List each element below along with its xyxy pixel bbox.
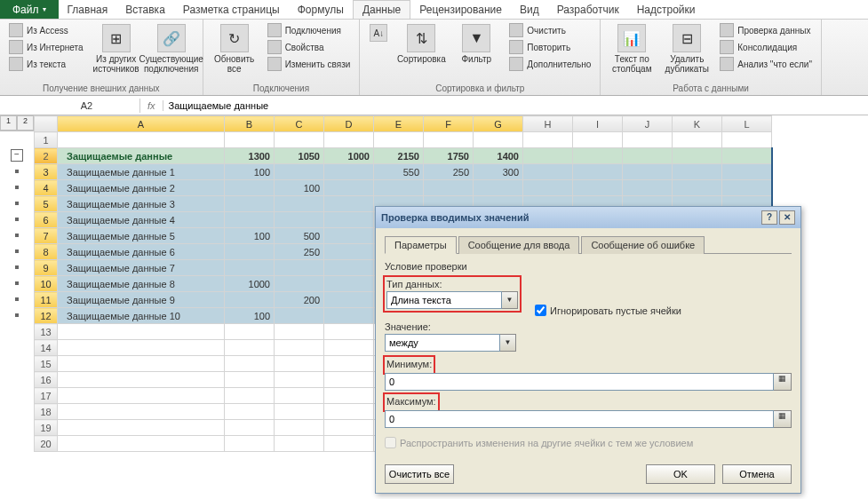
col-header-C[interactable]: C [275, 116, 324, 132]
cell[interactable] [58, 420, 225, 436]
outline-level-2[interactable]: 2 [17, 115, 34, 131]
cell[interactable]: 250 [275, 244, 324, 260]
row-header[interactable]: 8 [35, 244, 58, 260]
advanced-filter-button[interactable]: Дополнительно [506, 56, 594, 72]
col-header-J[interactable]: J [623, 116, 673, 132]
remove-duplicates-button[interactable]: ⊟Удалить дубликаты [661, 22, 713, 75]
cell[interactable] [623, 132, 673, 148]
tab-view[interactable]: Вид [511, 0, 548, 19]
cell[interactable]: 200 [275, 292, 324, 308]
tab-review[interactable]: Рецензирование [410, 0, 511, 19]
row-header[interactable]: 17 [35, 388, 58, 404]
ok-button[interactable]: OK [646, 464, 715, 484]
type-combobox[interactable] [386, 291, 502, 309]
cell[interactable]: Защищаемые данные 5 [58, 228, 225, 244]
cell[interactable] [474, 180, 523, 196]
row-header[interactable]: 14 [35, 340, 58, 356]
cell[interactable]: Защищаемые данные 4 [58, 212, 225, 228]
cell[interactable] [225, 292, 275, 308]
cell[interactable] [673, 180, 722, 196]
cell[interactable] [275, 436, 324, 452]
cell[interactable] [324, 340, 374, 356]
cell[interactable] [58, 372, 225, 388]
cell[interactable]: 1050 [275, 148, 324, 164]
cell[interactable] [275, 372, 324, 388]
cell[interactable] [722, 148, 772, 164]
help-button[interactable]: ? [761, 210, 777, 225]
row-header[interactable]: 2 [35, 148, 58, 164]
from-access-button[interactable]: Из Access [5, 22, 87, 38]
value-combobox[interactable] [385, 334, 500, 352]
cell[interactable] [275, 164, 324, 180]
edit-links-button[interactable]: Изменить связи [264, 56, 354, 72]
col-header-D[interactable]: D [324, 116, 374, 132]
col-header-H[interactable]: H [523, 116, 573, 132]
cell[interactable] [58, 132, 225, 148]
name-box[interactable]: A2 [34, 99, 140, 113]
cell[interactable] [374, 180, 424, 196]
cell[interactable] [275, 324, 324, 340]
cell[interactable]: 250 [424, 164, 474, 180]
cell[interactable]: 1750 [424, 148, 474, 164]
row-header[interactable]: 3 [35, 164, 58, 180]
cell[interactable] [225, 388, 275, 404]
sort-az-button[interactable]: A↓ [365, 22, 392, 45]
max-input[interactable] [385, 410, 774, 428]
cell[interactable] [573, 132, 623, 148]
from-web-button[interactable]: Из Интернета [5, 39, 87, 55]
cell[interactable] [275, 388, 324, 404]
cell[interactable] [523, 180, 573, 196]
cell[interactable] [324, 212, 374, 228]
cell[interactable] [275, 260, 324, 276]
col-header-E[interactable]: E [374, 116, 424, 132]
row-header[interactable]: 15 [35, 356, 58, 372]
cell[interactable] [324, 164, 374, 180]
cell[interactable] [275, 356, 324, 372]
cell[interactable]: Защищаемые данные 10 [58, 308, 225, 324]
cell[interactable] [58, 340, 225, 356]
cell[interactable]: 100 [225, 164, 275, 180]
ignore-blank-checkbox[interactable] [535, 305, 546, 316]
fx-icon[interactable]: fx [140, 100, 163, 111]
cell[interactable]: Защищаемые данные 1 [58, 164, 225, 180]
cell[interactable] [225, 132, 275, 148]
cell[interactable] [324, 420, 374, 436]
cell[interactable] [324, 292, 374, 308]
cell[interactable]: Защищаемые данные 7 [58, 260, 225, 276]
cell[interactable] [623, 148, 673, 164]
cell[interactable]: 1300 [225, 148, 275, 164]
cell[interactable] [573, 148, 623, 164]
tab-page-layout[interactable]: Разметка страницы [174, 0, 289, 19]
tab-insert[interactable]: Вставка [116, 0, 174, 19]
cell[interactable] [58, 436, 225, 452]
col-header-G[interactable]: G [474, 116, 523, 132]
row-header[interactable]: 1 [35, 132, 58, 148]
filter-button[interactable]: ▼Фильтр [450, 22, 502, 66]
from-text-button[interactable]: Из текста [5, 56, 87, 72]
cell[interactable]: 550 [374, 164, 424, 180]
cell[interactable] [225, 180, 275, 196]
cell[interactable] [324, 132, 374, 148]
cell[interactable] [58, 388, 225, 404]
cell[interactable]: Защищаемые данные 2 [58, 180, 225, 196]
cell[interactable] [275, 132, 324, 148]
cell[interactable] [275, 420, 324, 436]
cell[interactable] [623, 180, 673, 196]
cell[interactable] [58, 324, 225, 340]
cell[interactable]: 100 [275, 180, 324, 196]
connections-button[interactable]: Подключения [264, 22, 354, 38]
cell[interactable]: 500 [275, 228, 324, 244]
cell[interactable] [324, 436, 374, 452]
cell[interactable] [275, 212, 324, 228]
data-validation-button[interactable]: Проверка данных [716, 22, 816, 38]
cell[interactable] [424, 180, 474, 196]
cell[interactable] [225, 260, 275, 276]
row-header[interactable]: 11 [35, 292, 58, 308]
cell[interactable]: 1000 [324, 148, 374, 164]
tab-home[interactable]: Главная [59, 0, 117, 19]
row-header[interactable]: 7 [35, 228, 58, 244]
range-picker-icon[interactable]: ▦ [774, 410, 792, 428]
cell[interactable] [225, 420, 275, 436]
whatif-button[interactable]: Анализ "что если" [716, 56, 816, 72]
cell[interactable] [324, 324, 374, 340]
